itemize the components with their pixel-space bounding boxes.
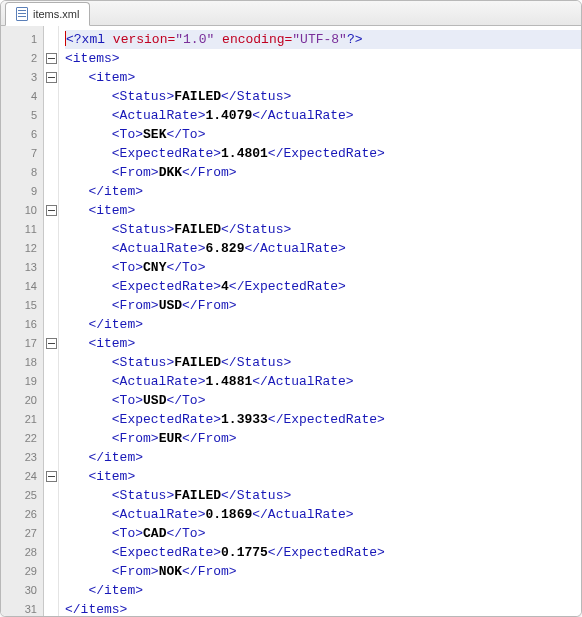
line-number: 1	[1, 30, 43, 49]
fold-toggle-icon[interactable]	[46, 338, 57, 349]
fold-cell	[44, 277, 58, 296]
xml-file-icon	[16, 7, 28, 21]
fold-cell	[44, 562, 58, 581]
fold-cell	[44, 163, 58, 182]
line-number: 31	[1, 600, 43, 617]
line-number: 22	[1, 429, 43, 448]
tab-label: items.xml	[33, 8, 79, 20]
fold-cell	[44, 524, 58, 543]
line-number: 10	[1, 201, 43, 220]
code-line: <ExpectedRate>0.1775</ExpectedRate>	[65, 543, 581, 562]
line-number: 29	[1, 562, 43, 581]
fold-cell	[44, 467, 58, 486]
line-number: 19	[1, 372, 43, 391]
fold-cell	[44, 372, 58, 391]
code-line: <To>USD</To>	[65, 391, 581, 410]
fold-cell	[44, 201, 58, 220]
code-line: <item>	[65, 68, 581, 87]
line-number: 24	[1, 467, 43, 486]
code-line: </item>	[65, 182, 581, 201]
fold-cell	[44, 182, 58, 201]
fold-cell	[44, 87, 58, 106]
fold-cell	[44, 600, 58, 617]
line-number: 12	[1, 239, 43, 258]
code-line: <item>	[65, 467, 581, 486]
fold-cell	[44, 220, 58, 239]
line-number: 20	[1, 391, 43, 410]
line-number: 5	[1, 106, 43, 125]
line-number: 7	[1, 144, 43, 163]
code-line: <Status>FAILED</Status>	[65, 220, 581, 239]
code-line: <To>SEK</To>	[65, 125, 581, 144]
line-number: 14	[1, 277, 43, 296]
line-number: 16	[1, 315, 43, 334]
line-number: 18	[1, 353, 43, 372]
fold-strip	[44, 26, 59, 617]
fold-cell	[44, 486, 58, 505]
fold-cell	[44, 49, 58, 68]
code-line: <ActualRate>0.1869</ActualRate>	[65, 505, 581, 524]
code-content[interactable]: <?xml version="1.0" encoding="UTF-8"?><i…	[59, 26, 581, 617]
fold-cell	[44, 296, 58, 315]
line-number: 28	[1, 543, 43, 562]
code-line: </item>	[65, 448, 581, 467]
fold-cell	[44, 429, 58, 448]
line-number: 17	[1, 334, 43, 353]
code-line: <?xml version="1.0" encoding="UTF-8"?>	[65, 30, 581, 49]
tab-bar: items.xml	[1, 1, 581, 26]
code-line: <ExpectedRate>4</ExpectedRate>	[65, 277, 581, 296]
tab-items-xml[interactable]: items.xml	[5, 2, 90, 26]
code-line: <ActualRate>6.829</ActualRate>	[65, 239, 581, 258]
code-line: <From>NOK</From>	[65, 562, 581, 581]
line-number: 15	[1, 296, 43, 315]
code-line: <From>EUR</From>	[65, 429, 581, 448]
fold-cell	[44, 334, 58, 353]
code-line: <items>	[65, 49, 581, 68]
line-number: 23	[1, 448, 43, 467]
code-line: </items>	[65, 600, 581, 617]
line-number: 25	[1, 486, 43, 505]
fold-cell	[44, 239, 58, 258]
fold-cell	[44, 125, 58, 144]
fold-toggle-icon[interactable]	[46, 72, 57, 83]
fold-cell	[44, 30, 58, 49]
fold-toggle-icon[interactable]	[46, 53, 57, 64]
code-line: <Status>FAILED</Status>	[65, 87, 581, 106]
code-line: <Status>FAILED</Status>	[65, 353, 581, 372]
line-number: 30	[1, 581, 43, 600]
code-line: <To>CNY</To>	[65, 258, 581, 277]
code-line: <item>	[65, 201, 581, 220]
fold-cell	[44, 353, 58, 372]
line-number: 2	[1, 49, 43, 68]
fold-cell	[44, 543, 58, 562]
fold-toggle-icon[interactable]	[46, 205, 57, 216]
line-number: 9	[1, 182, 43, 201]
code-line: </item>	[65, 581, 581, 600]
fold-toggle-icon[interactable]	[46, 471, 57, 482]
code-line: </item>	[65, 315, 581, 334]
code-line: <From>USD</From>	[65, 296, 581, 315]
line-number: 13	[1, 258, 43, 277]
fold-cell	[44, 106, 58, 125]
line-number: 11	[1, 220, 43, 239]
fold-cell	[44, 410, 58, 429]
line-number: 26	[1, 505, 43, 524]
fold-cell	[44, 391, 58, 410]
line-number: 8	[1, 163, 43, 182]
code-line: <ExpectedRate>1.3933</ExpectedRate>	[65, 410, 581, 429]
fold-cell	[44, 448, 58, 467]
code-line: <From>DKK</From>	[65, 163, 581, 182]
line-number: 21	[1, 410, 43, 429]
fold-cell	[44, 68, 58, 87]
code-line: <ExpectedRate>1.4801</ExpectedRate>	[65, 144, 581, 163]
line-number: 3	[1, 68, 43, 87]
code-line: <item>	[65, 334, 581, 353]
line-number: 27	[1, 524, 43, 543]
fold-cell	[44, 505, 58, 524]
code-line: <To>CAD</To>	[65, 524, 581, 543]
editor-area: 1234567891011121314151617181920212223242…	[1, 26, 581, 617]
fold-cell	[44, 315, 58, 334]
fold-cell	[44, 581, 58, 600]
editor-window: items.xml 123456789101112131415161718192…	[0, 0, 582, 617]
code-line: <ActualRate>1.4881</ActualRate>	[65, 372, 581, 391]
